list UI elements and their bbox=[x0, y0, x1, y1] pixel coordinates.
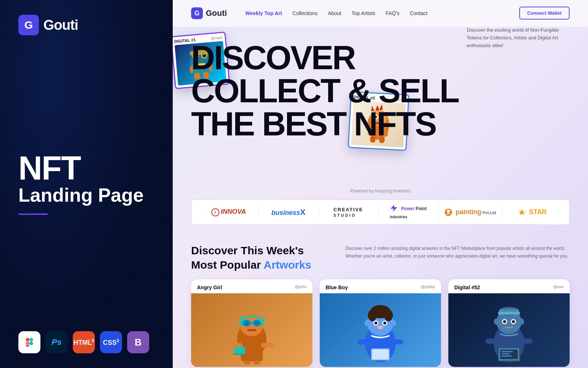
svg-rect-54 bbox=[234, 347, 245, 354]
svg-rect-47 bbox=[250, 322, 254, 324]
nav-link-about[interactable]: About bbox=[328, 10, 341, 16]
artwork-image-2 bbox=[320, 293, 441, 367]
discover-title-block: Discover This Week's Most Popular Artwor… bbox=[191, 243, 331, 272]
svg-rect-55 bbox=[233, 354, 246, 355]
artwork-card-digital52[interactable]: Digital #52 @axe bbox=[448, 279, 570, 367]
investor-business: businessX bbox=[259, 208, 319, 217]
left-panel: G Gouti NFT Landing Page Ps HTML5 CSS3 bbox=[0, 0, 173, 368]
svg-point-67 bbox=[391, 320, 396, 326]
artwork-title-2: Blue Boy bbox=[326, 284, 348, 290]
business-logo: businessX bbox=[272, 208, 306, 217]
artwork-card-header-1: Angry Girl @john bbox=[191, 279, 312, 293]
investors-label: Powered by Amazing Investors bbox=[191, 188, 570, 194]
nav-link-collections[interactable]: Collections bbox=[293, 10, 318, 16]
hero-text: DISCOVER COLLECT & SELL THE BEST NFTs bbox=[191, 41, 570, 141]
svg-point-5 bbox=[29, 342, 33, 345]
title-divider bbox=[18, 213, 48, 215]
hero-line2: COLLECT & SELL bbox=[191, 74, 570, 107]
svg-point-63 bbox=[374, 322, 377, 325]
investor-star: STAR bbox=[502, 208, 562, 216]
innova-logo: iINNOVA bbox=[211, 208, 246, 216]
nav-link-faq[interactable]: FAQ's bbox=[386, 10, 399, 16]
artwork-card-angry-girl[interactable]: Angry Girl @john bbox=[191, 279, 312, 367]
svg-point-65 bbox=[377, 326, 383, 329]
nav-links: Weekly Top Art Collections About Top Art… bbox=[245, 10, 508, 16]
nav-link-contact[interactable]: Contact bbox=[410, 10, 427, 16]
artwork-card-header-2: Blue Boy @phillip bbox=[320, 279, 441, 293]
svg-point-79 bbox=[503, 320, 506, 323]
artwork-card-blue-boy[interactable]: Blue Boy @phillip bbox=[320, 279, 441, 367]
power-logo: Power Pointindustries bbox=[390, 204, 427, 220]
svg-text:G: G bbox=[24, 19, 33, 31]
artwork-title-1: Angry Girl bbox=[197, 284, 222, 290]
svg-text:G: G bbox=[194, 10, 200, 17]
svg-rect-51 bbox=[261, 343, 274, 347]
brand-logo: G Gouti bbox=[18, 15, 154, 35]
nav-link-artists[interactable]: Top Artists bbox=[352, 10, 376, 16]
nft-title: NFT bbox=[18, 152, 154, 185]
bootstrap-icon: B bbox=[127, 331, 149, 353]
svg-point-82 bbox=[519, 318, 524, 325]
svg-point-45 bbox=[244, 321, 250, 326]
tech-icons-row: Ps HTML5 CSS3 B bbox=[18, 331, 154, 353]
artwork-handle-2: @phillip bbox=[421, 284, 435, 290]
painting-logo: painting Pvt.Ltd bbox=[444, 208, 496, 216]
figma-icon bbox=[18, 331, 40, 353]
svg-point-64 bbox=[383, 322, 386, 325]
svg-rect-89 bbox=[485, 339, 499, 344]
star-logo: STAR bbox=[518, 208, 547, 216]
svg-rect-4 bbox=[29, 338, 33, 342]
nav-logo-icon: G bbox=[191, 7, 203, 19]
svg-point-60 bbox=[384, 309, 393, 321]
hero-description: Discover the exciting world of Non-Fungi… bbox=[467, 26, 570, 49]
right-panel: G Gouti Weekly Top Art Collections About… bbox=[173, 0, 588, 368]
svg-rect-70 bbox=[358, 339, 372, 344]
brand-name: Gouti bbox=[43, 17, 78, 33]
artwork-card-header-3: Digital #52 @axe bbox=[448, 279, 570, 293]
css3-icon: CSS3 bbox=[100, 331, 122, 353]
creative-logo: CREATIVESTUDIO bbox=[333, 207, 363, 218]
svg-point-59 bbox=[368, 309, 377, 321]
ps-icon: Ps bbox=[46, 331, 68, 353]
landing-title: Landing Page bbox=[18, 185, 154, 206]
svg-point-46 bbox=[254, 321, 260, 326]
svg-rect-6 bbox=[26, 345, 29, 347]
svg-rect-48 bbox=[247, 329, 256, 331]
svg-rect-53 bbox=[253, 361, 260, 364]
investor-painting: painting Pvt.Ltd bbox=[438, 208, 502, 216]
navbar: G Gouti Weekly Top Art Collections About… bbox=[173, 0, 588, 26]
svg-rect-90 bbox=[519, 339, 533, 344]
svg-rect-76 bbox=[498, 312, 520, 315]
svg-point-80 bbox=[512, 320, 515, 323]
connect-wallet-button[interactable]: Connect Wallet bbox=[519, 7, 570, 20]
hero-line3: THE BEST NFTs bbox=[191, 107, 570, 141]
nav-link-weekly[interactable]: Weekly Top Art bbox=[245, 10, 282, 16]
svg-rect-2 bbox=[26, 338, 29, 342]
investors-bar: iINNOVA businessX CREATIVESTUDIO Power P… bbox=[191, 199, 570, 225]
hero-section: DISCOVER COLLECT & SELL THE BEST NFTs Di… bbox=[173, 26, 588, 181]
artwork-image-1 bbox=[191, 293, 312, 367]
svg-rect-3 bbox=[26, 342, 29, 345]
svg-rect-52 bbox=[244, 361, 250, 364]
nav-brand: G Gouti bbox=[191, 7, 227, 19]
svg-marker-35 bbox=[391, 205, 397, 212]
discover-description: Discover over 2 million amazing digital … bbox=[345, 243, 570, 272]
svg-rect-87 bbox=[502, 353, 510, 354]
nav-brand-name: Gouti bbox=[206, 8, 227, 18]
investor-power: Power Pointindustries bbox=[379, 204, 438, 220]
discover-heading-highlight: Artworks bbox=[263, 259, 311, 271]
artwork-image-3 bbox=[448, 293, 570, 367]
investors-section: Powered by Amazing Investors iINNOVA bus… bbox=[173, 181, 588, 232]
svg-rect-69 bbox=[372, 350, 388, 359]
html5-icon: HTML5 bbox=[73, 331, 95, 353]
discover-heading: Discover This Week's Most Popular Artwor… bbox=[191, 243, 331, 272]
svg-point-81 bbox=[494, 318, 499, 325]
svg-point-66 bbox=[365, 320, 370, 326]
artwork-cards-row: Angry Girl @john bbox=[173, 279, 588, 367]
investor-innova: iINNOVA bbox=[199, 208, 259, 216]
artwork-handle-1: @john bbox=[295, 284, 306, 290]
svg-marker-38 bbox=[518, 209, 525, 215]
artwork-handle-3: @axe bbox=[553, 284, 564, 290]
artwork-title-3: Digital #52 bbox=[454, 284, 480, 290]
svg-rect-86 bbox=[502, 351, 513, 352]
